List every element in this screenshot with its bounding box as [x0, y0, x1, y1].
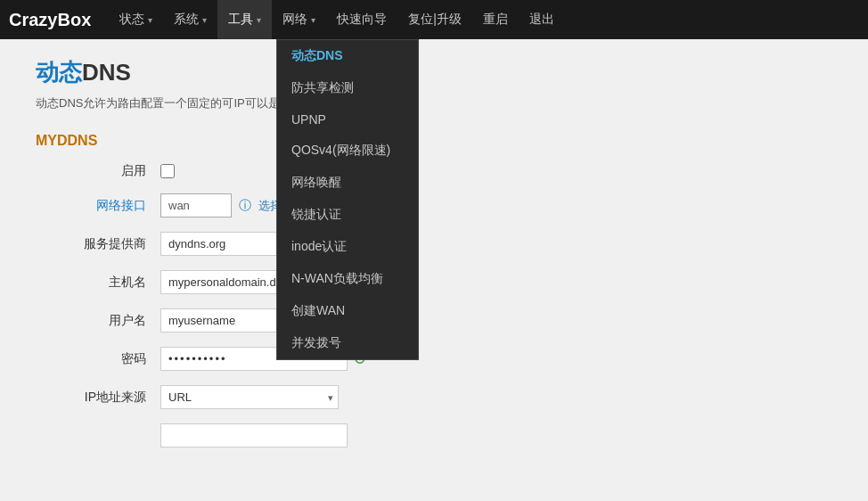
- nav-item-logout[interactable]: 退出: [519, 0, 565, 39]
- ip-source-row: IP地址来源 URL ▾: [36, 385, 832, 409]
- page-description: 动态DNS允许为路由配置一个固定的可IP可以是动态的.: [36, 95, 832, 111]
- nav-item-wizard[interactable]: 快速向导: [326, 0, 397, 39]
- ip-source-select[interactable]: URL: [160, 385, 339, 409]
- hostname-label: 主机名: [36, 275, 160, 291]
- enable-row: 启用: [36, 163, 832, 179]
- help-icon[interactable]: ⓘ: [239, 198, 251, 214]
- extra-input[interactable]: [160, 423, 348, 448]
- username-label: 用户名: [36, 313, 160, 329]
- ip-source-label: IP地址来源: [36, 390, 160, 406]
- tools-dropdown-menu: 动态DNS 防共享检测 UPNP QOSv4(网络限速) 网络唤醒 锐捷认证 i…: [276, 39, 419, 360]
- hostname-row: 主机名: [36, 270, 832, 294]
- network-interface-label[interactable]: 网络接口: [36, 198, 160, 214]
- brand-logo[interactable]: CrazyBox: [9, 10, 91, 30]
- dropdown-item-upnp[interactable]: UPNP: [277, 104, 418, 135]
- nav-item-tools[interactable]: 工具 ▾: [217, 0, 272, 39]
- navbar: CrazyBox 状态 ▾ 系统 ▾ 工具 ▾ 网络 ▾ 快速向导 复位|升级 …: [0, 0, 868, 39]
- dropdown-item-inode[interactable]: inode认证: [277, 231, 418, 263]
- network-interface-input[interactable]: [160, 193, 232, 218]
- enable-checkbox[interactable]: [160, 164, 175, 178]
- service-provider-label: 服务提供商: [36, 236, 160, 252]
- enable-label: 启用: [36, 163, 160, 179]
- nav-item-reboot[interactable]: 重启: [472, 0, 519, 39]
- dropdown-item-create-wan[interactable]: 创建WAN: [277, 295, 418, 327]
- chevron-down-icon: ▾: [202, 15, 207, 25]
- dropdown-item-ruijie[interactable]: 锐捷认证: [277, 199, 418, 231]
- nav-item-status[interactable]: 状态 ▾: [109, 0, 163, 39]
- network-interface-row: 网络接口 ⓘ 选择DDN: [36, 193, 832, 218]
- nav-item-network[interactable]: 网络 ▾: [272, 0, 326, 39]
- service-provider-row: 服务提供商 dyndns.org ▾: [36, 232, 832, 256]
- chevron-down-icon: ▾: [311, 15, 315, 25]
- nav-item-restore[interactable]: 复位|升级: [397, 0, 472, 39]
- page-title: 动态DNS: [36, 57, 832, 88]
- password-label: 密码: [36, 351, 160, 367]
- ip-source-select-wrapper: URL ▾: [160, 385, 339, 409]
- nav-item-system[interactable]: 系统 ▾: [163, 0, 217, 39]
- username-row: 用户名: [36, 308, 832, 333]
- main-content: 动态DNS 动态DNS允许为路由配置一个固定的可IP可以是动态的. MYDDNS…: [0, 39, 868, 480]
- extra-row: [36, 423, 832, 448]
- dropdown-item-dialup[interactable]: 并发拨号: [277, 327, 418, 359]
- chevron-down-icon: ▾: [257, 15, 261, 25]
- dropdown-item-nwan[interactable]: N-WAN负载均衡: [277, 263, 418, 295]
- dropdown-item-qos[interactable]: QOSv4(网络限速): [277, 135, 418, 167]
- dropdown-item-anti-share[interactable]: 防共享检测: [277, 72, 418, 104]
- dropdown-item-ddns[interactable]: 动态DNS: [277, 40, 418, 72]
- chevron-down-icon: ▾: [148, 15, 152, 25]
- password-row: 密码 ↻: [36, 347, 832, 371]
- nav-items: 状态 ▾ 系统 ▾ 工具 ▾ 网络 ▾ 快速向导 复位|升级 重启 退出: [109, 0, 565, 39]
- section-title: MYDDNS: [36, 133, 832, 149]
- dropdown-item-wol[interactable]: 网络唤醒: [277, 167, 418, 199]
